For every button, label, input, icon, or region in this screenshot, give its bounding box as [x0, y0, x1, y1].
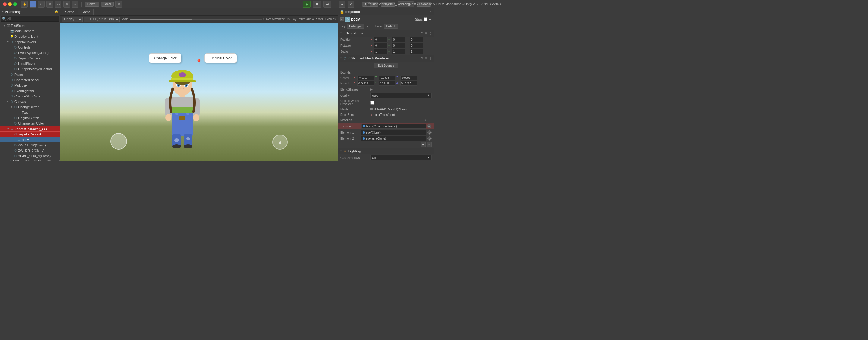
tab-scene[interactable]: Scene	[62, 9, 78, 16]
position-z-input[interactable]	[410, 37, 423, 42]
skinned-mesh-preset-icon[interactable]: ⚙	[425, 57, 427, 60]
transform-menu-icon[interactable]: ⋮	[429, 32, 432, 35]
hierarchy-item-text[interactable]: T Text	[0, 110, 60, 115]
maximize-button[interactable]	[13, 2, 17, 6]
skinned-mesh-menu-icon[interactable]: ⋮	[429, 57, 432, 60]
layer-dropdown[interactable]: Default	[384, 24, 398, 29]
close-button[interactable]	[3, 2, 7, 6]
edit-bounds-button[interactable]: Edit Bounds	[374, 63, 398, 68]
skinned-mesh-help-icon[interactable]: ?	[421, 57, 423, 60]
hierarchy-item-uizepeto[interactable]: ⬡ UIZepetoPlayerControl	[0, 66, 60, 72]
hierarchy-item-changeskin[interactable]: ⬡ ChangeSkinColor	[0, 93, 60, 99]
active-checkbox[interactable]: ✓	[340, 18, 344, 21]
hierarchy-item-eventsystem[interactable]: ⬡ EventSystem	[0, 88, 60, 93]
static-dropdown-arrow[interactable]: ▼	[429, 18, 432, 21]
scale-z-input[interactable]	[410, 49, 423, 54]
hand-tool-icon[interactable]: ✋	[21, 1, 28, 7]
search-input[interactable]	[7, 17, 58, 21]
rotation-x-input[interactable]	[374, 43, 388, 48]
pause-button[interactable]: ⏸	[313, 1, 321, 7]
transform-header[interactable]: ▼ ↕ Transform ? ⚙ ⋮	[338, 30, 434, 36]
context-menu-icon[interactable]: ⋮	[57, 24, 60, 27]
rect-tool-icon[interactable]: ▭	[55, 1, 61, 7]
collab-icon[interactable]: ☁	[339, 1, 345, 7]
center-x-input[interactable]	[358, 76, 374, 80]
hierarchy-item-zwdr2[interactable]: ⬡ ZW_DR_2(Clone)	[0, 148, 60, 153]
minimize-button[interactable]	[8, 2, 12, 6]
joystick-left[interactable]	[110, 133, 127, 150]
view-options-icon[interactable]: ⋮	[332, 10, 336, 14]
hierarchy-item-localplayer[interactable]: ⬡ LocalPlayer	[0, 61, 60, 66]
center-z-input[interactable]	[400, 76, 417, 80]
remove-material-button[interactable]: −	[427, 142, 432, 147]
custom-tool-icon[interactable]: ✦	[72, 1, 79, 7]
original-color-button[interactable]: Original Color	[204, 53, 237, 63]
local-button[interactable]: Local	[101, 1, 114, 7]
stats[interactable]: Stats	[316, 18, 323, 21]
center-button[interactable]: Center	[85, 1, 99, 7]
gizmos[interactable]: Gizmos	[326, 18, 336, 21]
extent-z-input[interactable]	[400, 81, 417, 86]
hierarchy-item-body[interactable]: ⬡ body	[0, 137, 60, 142]
position-y-input[interactable]	[392, 37, 405, 42]
mute-audio[interactable]: Mute Audio	[299, 18, 314, 21]
step-button[interactable]: ⏭	[323, 1, 331, 7]
element0-select-button[interactable]: ◎	[427, 124, 431, 128]
hierarchy-item-eventsystemclone[interactable]: ⬡ EventSystem(Clone)	[0, 50, 60, 56]
extent-y-input[interactable]	[379, 81, 396, 86]
services-icon[interactable]: ⚙	[348, 1, 354, 7]
add-material-button[interactable]: +	[421, 142, 426, 147]
transform-help-icon[interactable]: ?	[421, 32, 423, 35]
scale-tool-icon[interactable]: ⊞	[46, 1, 53, 7]
tag-dropdown[interactable]: Untagged	[347, 24, 364, 29]
hierarchy-item-charloader[interactable]: ⬡ CharacterLoader	[0, 77, 60, 83]
quality-dropdown[interactable]: Auto ▼	[370, 93, 432, 98]
hierarchy-item-originalbutton[interactable]: ⬡ OriginalButton	[0, 115, 60, 121]
scale-y-input[interactable]	[392, 49, 405, 54]
lighting-header[interactable]: ▼ ☀ Lighting	[338, 148, 434, 154]
hierarchy-item-testscene[interactable]: ▼ 🎬 TestScene ⋮	[0, 23, 60, 28]
hierarchy-item-zepetocontext[interactable]: ⬡ Zepeto Context	[0, 132, 60, 137]
transform-preset-icon[interactable]: ⚙	[425, 32, 427, 35]
change-color-button[interactable]: Change Color	[149, 53, 181, 63]
position-x-input[interactable]	[374, 37, 388, 42]
update-offscreen-checkbox[interactable]	[370, 101, 374, 105]
play-button[interactable]: ▶	[303, 1, 311, 7]
hierarchy-item-zepetocharhighlight[interactable]: ▼ ⬡ ZepetoCharacter_●●●	[0, 126, 60, 132]
extent-x-input[interactable]	[358, 81, 374, 86]
rotate-tool-icon[interactable]: ↻	[38, 1, 44, 7]
hierarchy-search[interactable]: 🔍	[1, 16, 59, 22]
cast-shadows-dropdown[interactable]: Off ▼	[370, 155, 432, 161]
hierarchy-item-zepetoplayers[interactable]: ▼ ⬡ ZepetoPlayers	[0, 39, 60, 45]
hierarchy-item-multiplay[interactable]: ⬡ Multiplay	[0, 83, 60, 88]
hierarchy-item-changebutton[interactable]: ▼ ⬡ ChangeButton	[0, 104, 60, 110]
scale-x-input[interactable]	[374, 49, 388, 54]
maximize-on-play[interactable]: Maximize On Play	[272, 18, 297, 21]
inspector-menu-icon[interactable]: ⋮	[429, 10, 432, 13]
hierarchy-item-zeptocamera[interactable]: ⬡ ZepetoCamera	[0, 56, 60, 61]
hierarchy-item-controls[interactable]: ⬡ Controls	[0, 45, 60, 50]
tab-game[interactable]: Game	[78, 9, 94, 16]
grid-icon[interactable]: ⊞	[116, 1, 122, 7]
hierarchy-item-plane[interactable]: ⬡ Plane	[0, 72, 60, 77]
rotation-z-input[interactable]	[410, 43, 423, 48]
move-tool-icon[interactable]: ✛	[30, 1, 36, 7]
hierarchy-item-changeitemcolor[interactable]: ⬡ ChangeItemColor	[0, 121, 60, 126]
hierarchy-item-ygbpsox9[interactable]: ⬡ YGBP_SOX_9(Clone)	[0, 153, 60, 159]
transform-tool-icon[interactable]: ⊕	[63, 1, 70, 7]
resolution-select[interactable]: Full HD (1920x1080)	[84, 17, 120, 22]
hierarchy-item-directionallight[interactable]: 💡 Directional Light	[0, 34, 60, 39]
hierarchy-item-canvas[interactable]: ▼ ⬡ Canvas	[0, 99, 60, 104]
element1-select-button[interactable]: ◎	[427, 130, 432, 135]
hierarchy-item-maincamera[interactable]: 📷 Main Camera	[0, 28, 60, 34]
center-y-input[interactable]	[379, 76, 396, 80]
skinned-mesh-header[interactable]: ▼ ⬡ ✓ Skinned Mesh Renderer ? ⚙ ⋮	[338, 55, 434, 61]
scale-bar[interactable]	[130, 19, 262, 20]
static-checkbox[interactable]	[424, 18, 427, 21]
hierarchy-item-animebase[interactable]: ⬡ ANIME_BASEMODEL_1(Clone)	[0, 159, 60, 161]
element2-select-button[interactable]: ◎	[427, 136, 432, 141]
rotation-y-input[interactable]	[392, 43, 405, 48]
hierarchy-lock-icon[interactable]: 🔒	[55, 10, 58, 13]
skinned-mesh-enabled[interactable]: ✓	[348, 57, 350, 60]
display-select[interactable]: Display 1	[62, 17, 83, 22]
